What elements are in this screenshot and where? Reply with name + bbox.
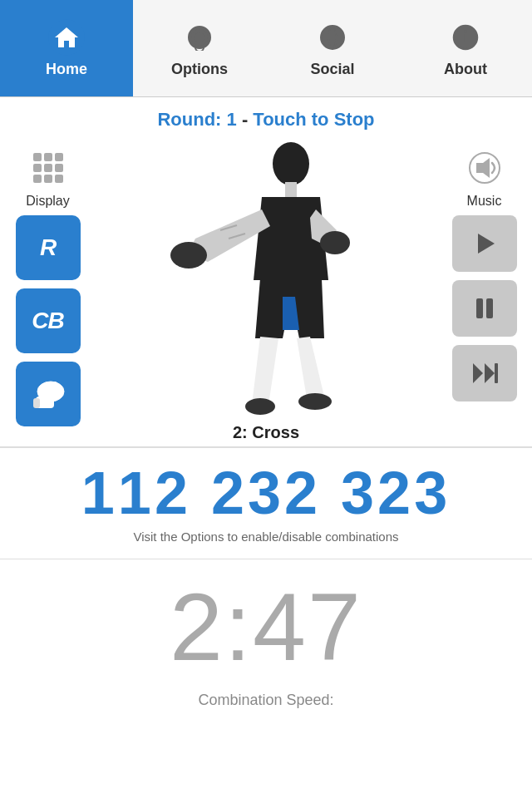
touch-to-stop: Touch to Stop: [253, 109, 374, 130]
pause-icon: [470, 293, 500, 323]
svg-point-13: [48, 382, 60, 395]
options-icon: [181, 19, 218, 56]
left-controls: Display R CB: [8, 139, 87, 426]
timer-display: 2:47: [0, 579, 532, 675]
combo-speed-section: Combination Speed:: [0, 683, 532, 709]
tab-options-label: Options: [171, 61, 228, 78]
tab-about-label: About: [444, 61, 487, 78]
glove-button[interactable]: [16, 362, 81, 426]
combo-hint: Visit the Options to enable/disable comb…: [8, 530, 524, 544]
svg-rect-30: [495, 363, 498, 383]
boxer-section: Display R CB: [0, 139, 532, 446]
tab-home[interactable]: Home: [0, 0, 133, 96]
svg-marker-29: [485, 363, 495, 383]
svg-marker-28: [473, 363, 483, 383]
cb-button[interactable]: CB: [16, 288, 81, 353]
svg-rect-27: [486, 298, 493, 318]
combo-numbers: 112 232 323: [8, 463, 524, 523]
svg-rect-14: [33, 398, 40, 408]
combo-section: 112 232 323 Visit the Options to enable/…: [0, 448, 532, 550]
play-icon: [470, 229, 500, 259]
svg-rect-16: [285, 182, 297, 197]
round-header[interactable]: Round: 1 - Touch to Stop: [0, 97, 532, 139]
grid-icon: [33, 153, 63, 183]
svg-point-15: [273, 142, 309, 185]
glove-icon: [27, 373, 69, 415]
boxer-move-label: 2: Cross: [233, 423, 299, 442]
tab-bar: Home Options: [0, 0, 532, 97]
music-button[interactable]: [451, 139, 518, 197]
round-dash: -: [242, 109, 253, 130]
display-button[interactable]: [15, 139, 81, 197]
svg-point-9: [464, 30, 467, 33]
svg-marker-24: [476, 158, 490, 178]
timer-section: 2:47: [0, 559, 532, 683]
svg-point-19: [245, 398, 275, 415]
tab-home-label: Home: [46, 61, 87, 78]
svg-rect-26: [476, 298, 483, 318]
tab-options[interactable]: Options: [133, 0, 266, 96]
svg-point-17: [170, 242, 207, 268]
speaker-icon: [468, 151, 501, 185]
r-button[interactable]: R: [16, 215, 81, 280]
svg-point-18: [320, 231, 350, 254]
combo-speed-label: Combination Speed:: [198, 692, 333, 708]
pause-button[interactable]: [452, 280, 517, 337]
boxer-center: 2: Cross: [87, 139, 445, 446]
tab-social-label: Social: [310, 61, 354, 78]
about-icon: i: [447, 19, 484, 56]
main-content: Round: 1 - Touch to Stop Display R CB: [0, 97, 532, 709]
svg-point-20: [298, 393, 332, 410]
home-icon: [48, 19, 85, 56]
music-label: Music: [467, 194, 502, 209]
fast-forward-button[interactable]: [452, 345, 517, 401]
right-controls: Music: [445, 139, 524, 410]
display-label: Display: [26, 194, 69, 209]
boxer-image: [162, 139, 370, 421]
social-icon: [314, 19, 351, 56]
round-number: Round: 1: [157, 109, 236, 130]
tab-about[interactable]: i About: [399, 0, 532, 96]
tab-social[interactable]: Social: [266, 0, 399, 96]
r-label: R: [40, 234, 56, 261]
fast-forward-icon: [470, 358, 500, 388]
cb-label: CB: [32, 308, 63, 334]
play-button[interactable]: [452, 215, 517, 272]
svg-marker-25: [478, 234, 495, 254]
